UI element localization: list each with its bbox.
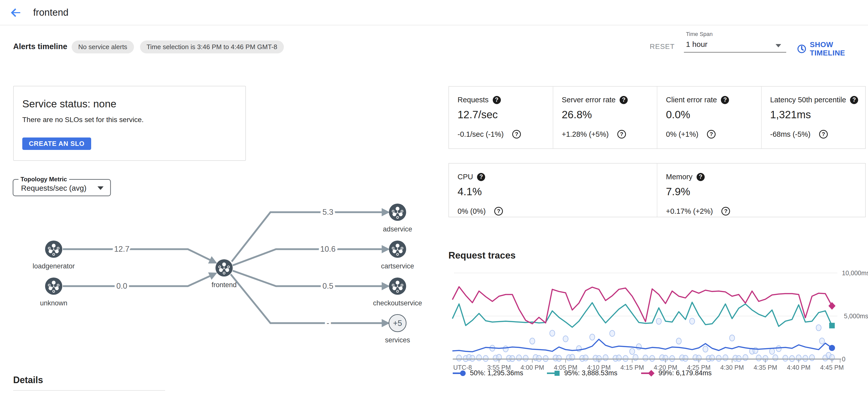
service-overview-page: frontend Alerts timeline No service aler…	[0, 0, 868, 393]
trace-point[interactable]	[556, 355, 561, 361]
trace-point[interactable]	[776, 346, 781, 352]
trace-point[interactable]	[576, 346, 581, 352]
trace-point[interactable]	[730, 335, 735, 341]
chart-legend: 50%: 1,295.36ms 95%: 3,888.53ms 99%: 6,1…	[452, 369, 712, 377]
trace-point[interactable]	[670, 356, 675, 362]
trace-point[interactable]	[809, 355, 814, 361]
legend-label: 95%: 3,888.53ms	[564, 369, 617, 377]
trace-point[interactable]	[683, 355, 688, 361]
trace-point[interactable]	[789, 356, 795, 362]
trace-point[interactable]	[650, 355, 655, 361]
trace-point[interactable]	[610, 330, 615, 336]
p50-marker-icon	[452, 369, 467, 377]
legend-label: 99%: 6,179.84ms	[658, 369, 712, 377]
request-traces-chart[interactable]: 3:55 PM4:00 PM4:05 PM4:10 PM4:15 PM4:20 …	[0, 0, 868, 393]
p95-marker-icon	[547, 369, 561, 377]
trace-point[interactable]	[470, 355, 475, 361]
trace-point[interactable]	[656, 318, 661, 324]
y-label-10000: 10,000ms	[842, 269, 868, 276]
trace-point[interactable]	[819, 338, 825, 344]
trace-point[interactable]	[816, 325, 821, 331]
trace-point[interactable]	[503, 346, 508, 352]
trace-point[interactable]	[603, 355, 608, 361]
trace-point[interactable]	[783, 355, 788, 361]
trace-point[interactable]	[523, 355, 528, 361]
trace-point[interactable]	[563, 336, 568, 342]
trace-point[interactable]	[476, 355, 482, 361]
trace-point[interactable]	[770, 348, 775, 354]
p99-marker-icon	[641, 369, 655, 377]
legend-label: 50%: 1,295.36ms	[470, 369, 523, 377]
trace-point[interactable]	[643, 355, 648, 361]
x-tick-label: 4:40 PM	[787, 364, 810, 371]
x-tick-label: 4:45 PM	[820, 364, 844, 371]
trace-point[interactable]	[616, 355, 621, 361]
trace-point[interactable]	[773, 355, 778, 361]
trace-point[interactable]	[543, 356, 548, 362]
trace-point[interactable]	[743, 355, 748, 361]
trace-point[interactable]	[689, 318, 694, 324]
trace-point[interactable]	[716, 355, 721, 361]
legend-item-p95[interactable]: 95%: 3,888.53ms	[547, 369, 617, 377]
trace-point[interactable]	[510, 356, 515, 362]
trace-point[interactable]	[736, 356, 741, 362]
trace-point[interactable]	[630, 349, 635, 355]
trace-point[interactable]	[803, 355, 808, 361]
series-end-marker	[829, 302, 836, 310]
trace-point[interactable]	[710, 355, 715, 361]
y-label-5000: 5,000ms	[844, 312, 868, 320]
series-end-marker	[829, 345, 835, 351]
trace-point[interactable]	[530, 338, 535, 344]
series-line-p50[interactable]	[453, 339, 832, 352]
trace-point[interactable]	[703, 346, 708, 352]
trace-point[interactable]	[636, 343, 641, 350]
series-end-marker	[829, 323, 835, 328]
trace-point[interactable]	[756, 355, 761, 361]
trace-point[interactable]	[723, 355, 728, 361]
details-title: Details	[13, 375, 43, 385]
trace-point[interactable]	[550, 330, 555, 336]
legend-item-p99[interactable]: 99%: 6,179.84ms	[641, 369, 712, 377]
x-tick-label: 4:35 PM	[753, 364, 777, 371]
trace-point[interactable]	[517, 355, 522, 361]
x-tick-label: 4:30 PM	[720, 364, 744, 371]
trace-point[interactable]	[633, 355, 638, 361]
y-label-0: 0	[842, 356, 845, 363]
details-divider	[13, 390, 165, 391]
trace-point[interactable]	[590, 334, 595, 340]
trace-point[interactable]	[457, 355, 462, 361]
trace-point[interactable]	[483, 356, 488, 362]
legend-item-p50[interactable]: 50%: 1,295.36ms	[452, 369, 523, 377]
trace-point[interactable]	[536, 355, 541, 361]
trace-point[interactable]	[623, 356, 628, 362]
trace-point[interactable]	[583, 355, 588, 361]
trace-point[interactable]	[676, 338, 681, 344]
